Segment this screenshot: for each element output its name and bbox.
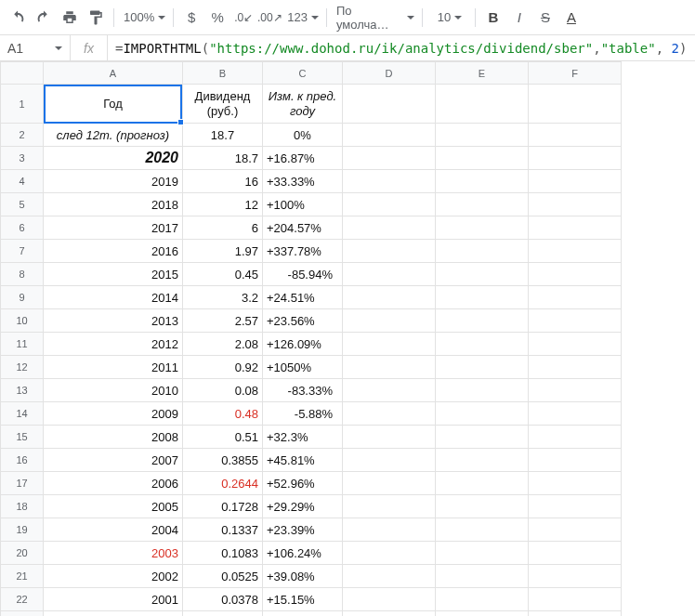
row-header[interactable]: 1: [1, 85, 44, 124]
more-formats-dropdown[interactable]: 123: [283, 6, 321, 30]
cell[interactable]: [529, 495, 622, 518]
redo-button[interactable]: [32, 6, 56, 30]
cell[interactable]: +15.15%: [263, 588, 343, 611]
cell[interactable]: 0.08: [183, 379, 263, 402]
cell[interactable]: 0.45: [183, 263, 263, 286]
cell[interactable]: [529, 170, 622, 193]
name-box[interactable]: A1: [0, 35, 71, 60]
cell[interactable]: +23.56%: [263, 309, 343, 333]
row-header[interactable]: 16: [1, 449, 44, 472]
cell[interactable]: [529, 147, 622, 170]
cell[interactable]: +39.08%: [263, 565, 343, 588]
cell[interactable]: [343, 124, 436, 147]
cell[interactable]: 0.1337: [183, 518, 263, 542]
row-header[interactable]: 14: [1, 402, 44, 426]
cell[interactable]: 1.97: [183, 240, 263, 263]
cell[interactable]: 6: [183, 216, 263, 240]
cell[interactable]: [529, 426, 622, 449]
cell[interactable]: Изм. к пред.году: [263, 85, 343, 124]
row-header[interactable]: 21: [1, 565, 44, 588]
cell[interactable]: [436, 356, 529, 379]
cell[interactable]: [529, 240, 622, 263]
cell[interactable]: [436, 85, 529, 124]
cell[interactable]: Дивиденд(руб.): [183, 85, 263, 124]
cell[interactable]: [529, 193, 622, 216]
cell[interactable]: [436, 472, 529, 495]
cell[interactable]: 0.3855: [183, 449, 263, 472]
cell[interactable]: [436, 333, 529, 356]
cell[interactable]: [343, 611, 436, 617]
row-header[interactable]: 7: [1, 240, 44, 263]
cell[interactable]: [529, 588, 622, 611]
cell[interactable]: n/a: [263, 611, 343, 617]
cell[interactable]: 2015: [44, 263, 183, 286]
cell[interactable]: [529, 449, 622, 472]
cell[interactable]: 2017: [44, 216, 183, 240]
cell[interactable]: [343, 426, 436, 449]
row-header[interactable]: 12: [1, 356, 44, 379]
cell[interactable]: 2.57: [183, 309, 263, 333]
cell[interactable]: 18.7: [183, 124, 263, 147]
cell[interactable]: [436, 495, 529, 518]
cell[interactable]: 2007: [44, 449, 183, 472]
cell[interactable]: 0%: [263, 124, 343, 147]
font-size-dropdown[interactable]: 10: [428, 6, 469, 30]
col-header-C[interactable]: C: [263, 62, 343, 85]
cell[interactable]: [436, 542, 529, 565]
cell[interactable]: 2011: [44, 356, 183, 379]
row-header[interactable]: 18: [1, 495, 44, 518]
cell[interactable]: [529, 263, 622, 286]
print-button[interactable]: [58, 6, 82, 30]
cell[interactable]: 2009: [44, 402, 183, 426]
cell[interactable]: [343, 216, 436, 240]
cell[interactable]: след 12m. (прогноз): [44, 124, 183, 147]
cell[interactable]: 0.0328: [183, 611, 263, 617]
cell[interactable]: [436, 170, 529, 193]
cell[interactable]: +29.29%: [263, 495, 343, 518]
cell[interactable]: [436, 588, 529, 611]
undo-button[interactable]: [6, 6, 30, 30]
row-header[interactable]: 13: [1, 379, 44, 402]
cell[interactable]: +126.09%: [263, 333, 343, 356]
cell[interactable]: [436, 611, 529, 617]
cell[interactable]: [343, 85, 436, 124]
cell[interactable]: [436, 193, 529, 216]
cell[interactable]: [436, 402, 529, 426]
format-percent-button[interactable]: %: [205, 6, 229, 30]
cell[interactable]: 0.48: [183, 402, 263, 426]
row-header[interactable]: 2: [1, 124, 44, 147]
row-header[interactable]: 15: [1, 426, 44, 449]
spreadsheet-grid[interactable]: A B C D E F 1ГодДивиденд(руб.)Изм. к пре…: [0, 61, 695, 616]
italic-button[interactable]: I: [507, 6, 531, 30]
col-header-E[interactable]: E: [436, 62, 529, 85]
row-header[interactable]: 22: [1, 588, 44, 611]
cell[interactable]: 2002: [44, 565, 183, 588]
cell[interactable]: [343, 240, 436, 263]
col-header-A[interactable]: A: [44, 62, 183, 85]
cell[interactable]: [529, 216, 622, 240]
cell[interactable]: [529, 309, 622, 333]
cell[interactable]: [436, 518, 529, 542]
cell[interactable]: 2014: [44, 286, 183, 309]
cell[interactable]: [343, 356, 436, 379]
cell[interactable]: [343, 263, 436, 286]
cell[interactable]: +45.81%: [263, 449, 343, 472]
paint-format-button[interactable]: [84, 6, 108, 30]
cell[interactable]: [343, 286, 436, 309]
row-header[interactable]: 20: [1, 542, 44, 565]
cell[interactable]: [529, 518, 622, 542]
col-header-B[interactable]: B: [183, 62, 263, 85]
cell[interactable]: +33.33%: [263, 170, 343, 193]
cell[interactable]: [436, 379, 529, 402]
cell[interactable]: [343, 449, 436, 472]
cell[interactable]: 18.7: [183, 147, 263, 170]
cell[interactable]: [343, 309, 436, 333]
cell[interactable]: 2005: [44, 495, 183, 518]
cell[interactable]: [529, 379, 622, 402]
cell[interactable]: [343, 472, 436, 495]
cell[interactable]: [436, 240, 529, 263]
cell[interactable]: 2001: [44, 588, 183, 611]
text-color-button[interactable]: A: [559, 6, 584, 30]
select-all-corner[interactable]: [1, 62, 44, 85]
cell[interactable]: [343, 170, 436, 193]
